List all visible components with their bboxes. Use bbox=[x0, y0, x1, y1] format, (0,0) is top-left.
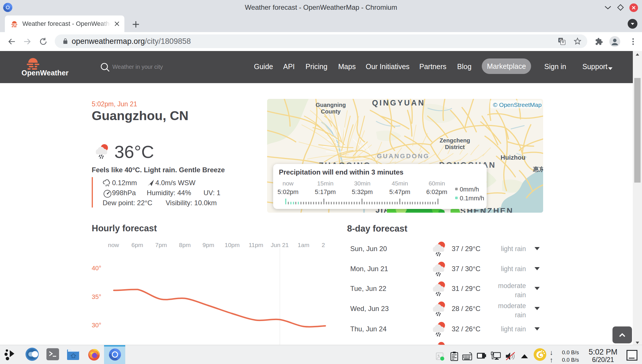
svg-text:Guangning: Guangning bbox=[316, 102, 346, 108]
svg-text:惠东县: 惠东县 bbox=[533, 166, 543, 172]
svg-text:QINGYUAN: QINGYUAN bbox=[372, 99, 425, 107]
svg-text:Zengcheng: Zengcheng bbox=[440, 137, 470, 144]
svg-text:County: County bbox=[321, 108, 341, 115]
svg-text:GUANGDONG: GUANGDONG bbox=[377, 152, 430, 160]
svg-text:Huizhou: Huizhou bbox=[501, 154, 526, 161]
svg-text:© OpenStreetMap: © OpenStreetMap bbox=[493, 101, 542, 108]
svg-text:District: District bbox=[445, 144, 465, 150]
